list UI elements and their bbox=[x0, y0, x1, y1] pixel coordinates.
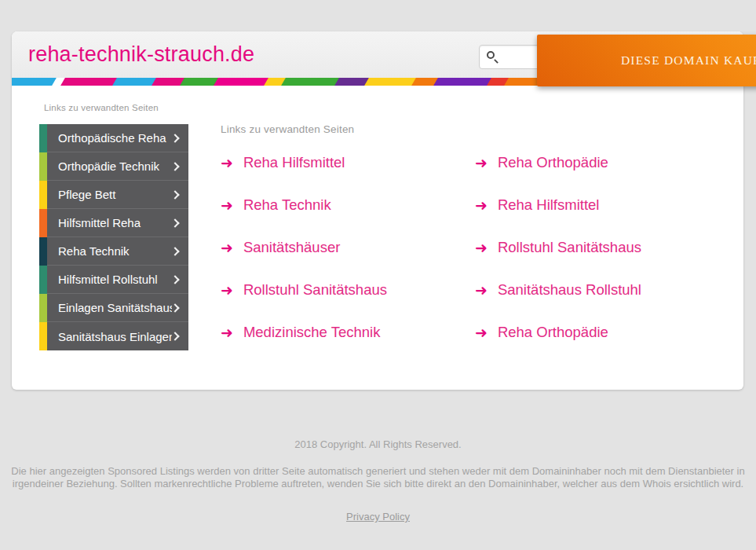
sidebar-menu-item[interactable]: Sanitätshaus Einlagen bbox=[39, 322, 188, 350]
menu-item-label: Pflege Bett bbox=[47, 188, 172, 201]
arrow-right-icon: ➜ bbox=[221, 283, 233, 298]
arrow-right-icon: ➜ bbox=[475, 156, 488, 170]
chevron-right-icon bbox=[170, 134, 179, 142]
arrow-right-icon: ➜ bbox=[475, 198, 488, 213]
arrow-right-icon: ➜ bbox=[221, 325, 233, 340]
stripe-segment bbox=[60, 78, 119, 86]
stripe-segment bbox=[364, 78, 418, 86]
related-link[interactable]: ➜ Rollstuhl Sanitätshaus bbox=[475, 226, 641, 269]
sidebar-menu-item[interactable]: Orthopädie Technik bbox=[39, 152, 188, 181]
menu-color-strip bbox=[39, 266, 47, 294]
chevron-right-icon bbox=[170, 303, 179, 312]
stripe-segment bbox=[214, 78, 270, 86]
menu-item-label: Orthopädie Technik bbox=[47, 160, 172, 173]
related-link-label: Reha Technik bbox=[243, 196, 331, 214]
related-link-label: Reha Hilfsmittel bbox=[243, 154, 345, 171]
menu-color-strip bbox=[39, 181, 47, 209]
related-link[interactable]: ➜ Rollstuhl Sanitätshaus bbox=[221, 269, 475, 311]
menu-item-label: Reha Technik bbox=[47, 244, 172, 258]
arrow-right-icon: ➜ bbox=[221, 156, 233, 170]
sidebar-menu-item[interactable]: Hilfsmittel Rollstuhl bbox=[39, 266, 188, 294]
related-link-label: Reha Orthopädie bbox=[498, 324, 608, 341]
related-link-label: Medizinische Technik bbox=[243, 324, 380, 341]
chevron-right-icon bbox=[170, 162, 179, 170]
links-grid: ➜ Reha Hilfsmittel ➜ Reha Technik ➜ Sani… bbox=[221, 141, 743, 354]
sidebar-menu-item[interactable]: Pflege Bett bbox=[39, 181, 188, 209]
privacy-policy-link[interactable]: Privacy Policy bbox=[346, 511, 410, 522]
domain-title: reha-technik-strauch.de bbox=[28, 42, 254, 67]
menu-color-strip bbox=[39, 152, 47, 181]
card-body: Links zu verwandten Seiten Orthopädische… bbox=[12, 86, 743, 354]
stripe-segment bbox=[433, 78, 493, 86]
stripe-segment bbox=[281, 78, 341, 86]
arrow-right-icon: ➜ bbox=[475, 240, 488, 255]
sidebar-menu-item[interactable]: Reha Technik bbox=[39, 237, 188, 266]
related-link[interactable]: ➜ Medizinische Technik bbox=[221, 311, 475, 354]
arrow-right-icon: ➜ bbox=[475, 325, 488, 340]
stripe-segment bbox=[112, 78, 158, 86]
stripe-segment bbox=[12, 78, 58, 86]
arrow-right-icon: ➜ bbox=[221, 198, 233, 213]
chevron-right-icon bbox=[170, 247, 179, 255]
links-column-right: ➜ Reha Orthopädie ➜ Reha Hilfsmittel ➜ R… bbox=[475, 141, 641, 354]
related-link-label: Sanitätshäuser bbox=[243, 239, 340, 256]
chevron-right-icon bbox=[170, 332, 179, 340]
menu-item-label: Orthopädische Reha bbox=[47, 131, 172, 145]
menu-color-strip bbox=[39, 209, 47, 237]
related-link-label: Reha Hilfsmittel bbox=[498, 196, 600, 214]
main-heading: Links zu verwandten Seiten bbox=[221, 123, 743, 135]
sidebar-menu-item[interactable]: Orthopädische Reha bbox=[39, 124, 188, 152]
arrow-right-icon: ➜ bbox=[221, 240, 233, 255]
sidebar-menu-item[interactable]: Hilfsmittel Reha bbox=[39, 209, 188, 237]
menu-item-label: Hilfsmittel Rollstuhl bbox=[47, 273, 172, 286]
related-link-label: Sanitätshaus Rollstuhl bbox=[498, 281, 641, 299]
menu-item-label: Sanitätshaus Einlagen bbox=[47, 330, 172, 343]
related-link[interactable]: ➜ Sanitätshäuser bbox=[221, 226, 475, 269]
links-column-left: ➜ Reha Hilfsmittel ➜ Reha Technik ➜ Sani… bbox=[221, 141, 475, 354]
related-link-label: Rollstuhl Sanitätshaus bbox=[498, 239, 641, 256]
chevron-right-icon bbox=[170, 275, 179, 284]
menu-color-strip bbox=[39, 237, 47, 266]
sidebar: Links zu verwandten Seiten Orthopädische… bbox=[39, 86, 188, 354]
related-link[interactable]: ➜ Reha Technik bbox=[221, 184, 475, 226]
related-link[interactable]: ➜ Reha Orthopädie bbox=[475, 141, 641, 184]
arrow-right-icon: ➜ bbox=[475, 283, 488, 298]
chevron-right-icon bbox=[170, 218, 179, 227]
sidebar-menu: Orthopädische Reha Orthopädie Technik Pf… bbox=[39, 124, 188, 350]
card-header: reha-technik-strauch.de DIESE DOMAIN KAU… bbox=[12, 31, 743, 78]
copyright-text: 2018 Copyright. All Rights Reserved. bbox=[0, 438, 756, 450]
related-link[interactable]: ➜ Reha Hilfsmittel bbox=[221, 141, 475, 184]
disclaimer-text: Die hier angezeigten Sponsored Listings … bbox=[10, 465, 746, 490]
related-link[interactable]: ➜ Sanitätshaus Rollstuhl bbox=[475, 269, 641, 311]
related-link-label: Reha Orthopädie bbox=[498, 154, 608, 171]
parking-card: reha-technik-strauch.de DIESE DOMAIN KAU… bbox=[12, 31, 743, 390]
sidebar-menu-item[interactable]: Einlagen Sanitätshaus bbox=[39, 294, 188, 322]
footer: 2018 Copyright. All Rights Reserved. Die… bbox=[0, 390, 756, 523]
menu-color-strip bbox=[39, 124, 47, 152]
related-link-label: Rollstuhl Sanitätshaus bbox=[243, 281, 387, 299]
menu-color-strip bbox=[39, 294, 47, 322]
chevron-right-icon bbox=[170, 190, 179, 199]
related-link[interactable]: ➜ Reha Hilfsmittel bbox=[475, 184, 641, 226]
related-link[interactable]: ➜ Reha Orthopädie bbox=[475, 311, 641, 354]
buy-domain-button[interactable]: DIESE DOMAIN KAUFEN. bbox=[537, 35, 756, 86]
main-links-section: Links zu verwandten Seiten ➜ Reha Hilfsm… bbox=[221, 86, 743, 354]
menu-color-strip bbox=[39, 322, 47, 350]
sidebar-heading: Links zu verwandten Seiten bbox=[44, 103, 188, 112]
menu-item-label: Einlagen Sanitätshaus bbox=[47, 301, 172, 314]
search-icon bbox=[487, 51, 495, 59]
menu-item-label: Hilfsmittel Reha bbox=[47, 216, 172, 229]
